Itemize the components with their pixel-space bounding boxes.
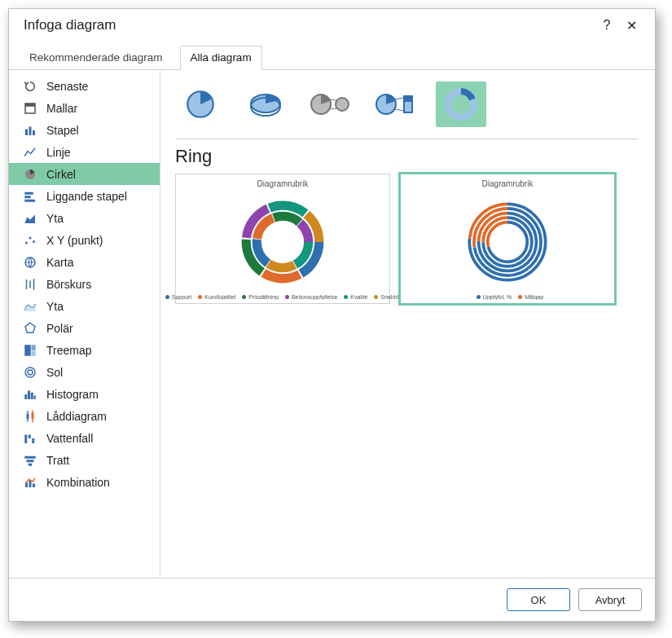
sidebar-item-label: Tratt <box>46 454 69 467</box>
map-chart-icon <box>22 255 38 270</box>
help-button[interactable]: ? <box>595 18 619 33</box>
ok-button[interactable]: OK <box>507 588 570 611</box>
bar-chart-icon <box>22 189 38 204</box>
sidebar-item-pie[interactable]: Cirkel <box>9 163 160 185</box>
box-whisker-icon <box>22 409 38 424</box>
svg-rect-7 <box>24 196 31 198</box>
templates-icon <box>22 101 38 116</box>
sidebar-item-radar[interactable]: Polär <box>9 317 160 339</box>
sidebar-item-histogram[interactable]: Histogram <box>9 383 160 405</box>
chart-preview-1[interactable]: Diagramrubrik <box>175 174 390 304</box>
close-button[interactable]: ✕ <box>619 18 643 33</box>
svg-rect-25 <box>31 392 33 398</box>
sidebar-item-label: Linje <box>46 146 71 159</box>
sunburst-chart-icon <box>22 365 38 380</box>
svg-point-12 <box>33 240 35 243</box>
legend-dot <box>242 295 246 299</box>
svg-line-52 <box>395 98 404 99</box>
svg-rect-6 <box>24 191 33 194</box>
subtype-doughnut[interactable] <box>436 81 486 127</box>
sidebar-item-label: Stapel <box>46 124 79 137</box>
svg-rect-26 <box>34 395 36 399</box>
chart-preview-2[interactable]: Diagramrubrik <box>400 174 615 304</box>
tab-strip: Rekommenderade diagram Alla diagram <box>9 38 655 70</box>
sidebar-item-treemap[interactable]: Treemap <box>9 339 160 361</box>
sidebar-item-templates[interactable]: Mallar <box>9 97 160 119</box>
tab-all[interactable]: Alla diagram <box>180 46 262 70</box>
cancel-button[interactable]: Avbryt <box>578 588 642 611</box>
sidebar-item-boxwhisker[interactable]: Låddiagram <box>9 405 160 427</box>
sidebar-item-label: X Y (punkt) <box>46 234 103 247</box>
dialog-title: Infoga diagram <box>24 17 595 33</box>
sidebar-item-funnel[interactable]: Tratt <box>9 449 160 471</box>
sidebar-item-label: Sol <box>46 366 63 379</box>
sidebar-item-surface[interactable]: Yta <box>9 295 160 317</box>
svg-marker-9 <box>24 214 35 223</box>
svg-line-48 <box>330 108 336 109</box>
stock-chart-icon <box>22 277 38 292</box>
svg-rect-4 <box>33 130 35 135</box>
sidebar-item-label: Histogram <box>46 388 99 401</box>
subtype-barofpie[interactable] <box>371 81 421 127</box>
subtype-pieofpie[interactable] <box>305 81 356 127</box>
sidebar-item-map[interactable]: Karta <box>9 251 160 273</box>
legend-dot <box>165 295 169 299</box>
svg-point-10 <box>25 241 28 244</box>
sidebar-item-area[interactable]: Yta <box>9 207 160 229</box>
sidebar-item-line[interactable]: Linje <box>9 141 160 163</box>
combo-chart-icon <box>22 475 38 490</box>
pie-chart-icon <box>22 167 38 182</box>
legend-dot <box>285 295 289 299</box>
sidebar-item-label: Treemap <box>46 344 92 357</box>
svg-rect-34 <box>29 434 31 438</box>
chart-previews: Diagramrubrik <box>175 174 639 304</box>
svg-line-47 <box>330 99 336 100</box>
svg-point-11 <box>29 236 32 239</box>
sidebar-item-waterfall[interactable]: Vattenfall <box>9 427 160 449</box>
svg-rect-35 <box>32 438 34 443</box>
preview-title: Diagramrubrik <box>482 179 534 188</box>
svg-rect-27 <box>27 414 29 419</box>
svg-rect-33 <box>24 434 27 443</box>
sidebar-item-stock[interactable]: Börskurs <box>9 273 160 295</box>
sidebar-item-label: Polär <box>46 322 73 335</box>
sidebar-item-label: Yta <box>46 212 64 225</box>
svg-point-46 <box>336 98 349 111</box>
sidebar-item-label: Låddiagram <box>46 410 107 423</box>
svg-rect-24 <box>28 390 30 399</box>
histogram-chart-icon <box>22 387 38 402</box>
content-pane: Ring Diagramrubrik <box>160 70 655 578</box>
recent-icon <box>22 79 38 94</box>
svg-rect-37 <box>27 460 34 462</box>
svg-rect-36 <box>24 455 36 458</box>
column-chart-icon <box>22 123 38 138</box>
sidebar-item-bar[interactable]: Liggande stapel <box>9 185 160 207</box>
svg-rect-30 <box>32 412 34 419</box>
svg-rect-38 <box>29 463 33 465</box>
area-chart-icon <box>22 211 38 226</box>
svg-rect-3 <box>29 126 32 135</box>
sidebar-item-column[interactable]: Stapel <box>9 119 160 141</box>
svg-rect-51 <box>404 96 412 102</box>
legend-dot <box>198 295 202 299</box>
svg-rect-41 <box>33 483 35 487</box>
chart-category-list: Senaste Mallar Stapel Linje <box>9 70 160 578</box>
sidebar-item-label: Liggande stapel <box>46 190 127 203</box>
sidebar-item-label: Börskurs <box>46 278 91 291</box>
preview-chart-visual <box>234 190 332 294</box>
svg-rect-23 <box>24 394 27 399</box>
scatter-chart-icon <box>22 233 38 248</box>
sidebar-item-scatter[interactable]: X Y (punkt) <box>9 229 160 251</box>
subtype-pie[interactable] <box>175 81 226 127</box>
sidebar-item-recent[interactable]: Senaste <box>9 75 160 97</box>
tab-recommended[interactable]: Rekommenderade diagram <box>19 46 173 70</box>
section-title: Ring <box>175 146 639 167</box>
sidebar-item-combo[interactable]: Kombination <box>9 471 160 493</box>
line-chart-icon <box>22 145 38 160</box>
preview-chart-visual <box>459 190 556 294</box>
sidebar-item-sunburst[interactable]: Sol <box>9 361 160 383</box>
subtype-3dpie[interactable] <box>240 81 291 127</box>
sidebar-item-label: Kombination <box>46 476 110 489</box>
sidebar-item-label: Yta <box>46 300 64 313</box>
sidebar-item-label: Senaste <box>46 80 88 93</box>
